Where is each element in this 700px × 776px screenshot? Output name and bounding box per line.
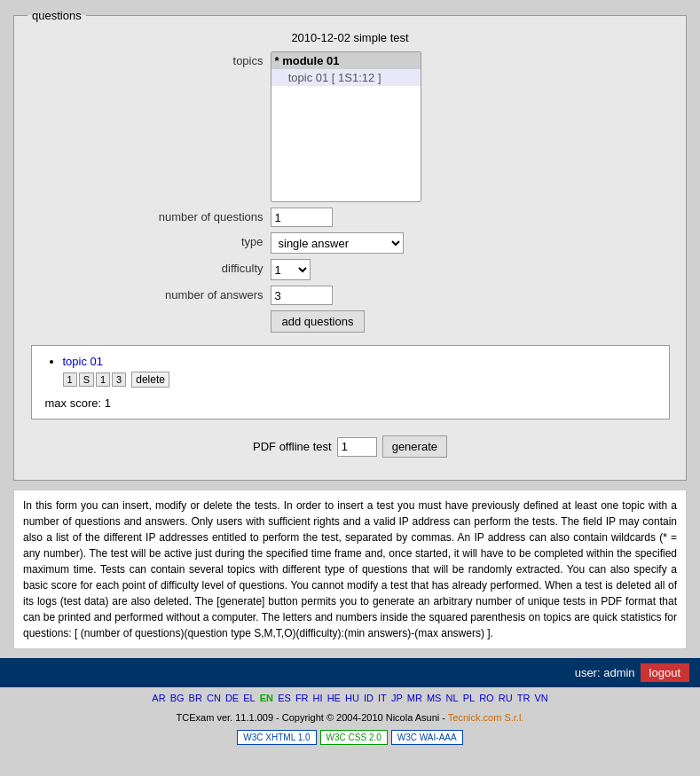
pdf-input[interactable] xyxy=(337,437,377,457)
add-questions-button[interactable]: add questions xyxy=(271,310,366,333)
lang-he[interactable]: HE xyxy=(327,693,341,703)
w3c-bar: W3C XHTML 1.0 W3C CSS 2.0 W3C WAI-AAA xyxy=(0,726,700,752)
lang-ro[interactable]: RO xyxy=(479,693,494,703)
max-score: max score: 1 xyxy=(45,396,656,410)
delete-link[interactable]: delete xyxy=(131,372,169,388)
lang-cn[interactable]: CN xyxy=(207,693,221,703)
fieldset-legend: questions xyxy=(28,9,86,22)
lang-de[interactable]: DE xyxy=(225,693,239,703)
topic-link[interactable]: topic 01 xyxy=(63,355,104,368)
info-text: In this form you can insert, modify or d… xyxy=(23,499,677,639)
num-questions-field xyxy=(271,208,572,227)
type-row: type single answer multiple answers text xyxy=(129,232,572,254)
copyright-text: TCExam ver. 11.1.009 - Copyright © 2004-… xyxy=(177,712,448,723)
pdf-section: PDF offline test generate xyxy=(253,435,447,458)
w3c-xhtml-badge: W3C XHTML 1.0 xyxy=(237,730,316,745)
topics-select[interactable]: * module 01 topic 01 [ 1S1:12 ] xyxy=(271,51,421,202)
copyright-bar: TCExam ver. 11.1.009 - Copyright © 2004-… xyxy=(0,709,700,726)
results-list: topic 01 1 S 1 3 delete xyxy=(45,355,656,388)
num-answers-label: number of answers xyxy=(129,286,271,305)
lang-it[interactable]: IT xyxy=(378,693,387,703)
lang-en[interactable]: EN xyxy=(260,693,273,703)
num-questions-row: number of questions xyxy=(129,208,572,227)
copyright-link[interactable]: Tecnick.com S.r.l. xyxy=(448,712,524,723)
lang-nl[interactable]: NL xyxy=(446,693,459,703)
lang-mr[interactable]: MR xyxy=(407,693,422,703)
lang-es[interactable]: ES xyxy=(278,693,291,703)
badge-answers: 3 xyxy=(112,372,126,387)
difficulty-row: difficulty 1 2 3 4 5 xyxy=(129,259,572,280)
lang-id[interactable]: ID xyxy=(364,693,374,703)
lang-hi[interactable]: HI xyxy=(313,693,323,703)
lang-jp[interactable]: JP xyxy=(391,693,403,703)
logout-button[interactable]: logout xyxy=(641,663,689,682)
lang-fr[interactable]: FR xyxy=(295,693,309,703)
badge-type: S xyxy=(79,372,94,387)
badge-num-questions: 1 xyxy=(63,372,77,387)
type-select[interactable]: single answer multiple answers text xyxy=(271,232,404,254)
difficulty-label: difficulty xyxy=(129,259,271,278)
w3c-css-badge: W3C CSS 2.0 xyxy=(320,730,388,745)
lang-vn[interactable]: VN xyxy=(534,693,547,703)
badge-difficulty: 1 xyxy=(96,372,110,387)
topics-option-module01[interactable]: * module 01 xyxy=(271,52,421,69)
lang-ms[interactable]: MS xyxy=(427,693,442,703)
topics-field: * module 01 topic 01 [ 1S1:12 ] xyxy=(271,51,572,202)
lang-bg[interactable]: BG xyxy=(170,693,185,703)
generate-button[interactable]: generate xyxy=(382,435,447,458)
type-label: type xyxy=(129,232,271,252)
num-answers-row: number of answers xyxy=(129,286,572,305)
lang-pl[interactable]: PL xyxy=(463,693,475,703)
add-questions-row: add questions xyxy=(129,310,572,333)
topics-option-topic01[interactable]: topic 01 [ 1S1:12 ] xyxy=(271,69,421,86)
num-questions-label: number of questions xyxy=(129,208,271,227)
num-questions-input[interactable] xyxy=(271,208,333,227)
lang-hu[interactable]: HU xyxy=(345,693,359,703)
questions-fieldset: questions 2010-12-02 simple test topics … xyxy=(13,9,687,481)
topics-row: topics * module 01 topic 01 [ 1S1:12 ] xyxy=(129,51,572,202)
topics-label: topics xyxy=(129,51,271,71)
topic-badges: 1 S 1 3 delete xyxy=(63,372,656,388)
footer-bar: user: admin logout xyxy=(0,658,700,687)
num-answers-field xyxy=(271,286,572,305)
user-label: user: admin xyxy=(575,666,635,679)
pdf-label: PDF offline test xyxy=(253,440,332,453)
difficulty-field: 1 2 3 4 5 xyxy=(271,259,572,280)
results-box: topic 01 1 S 1 3 delete max score: 1 xyxy=(31,345,670,419)
difficulty-select[interactable]: 1 2 3 4 5 xyxy=(271,259,311,280)
form-center: 2010-12-02 simple test topics * module 0… xyxy=(28,31,672,466)
num-answers-input[interactable] xyxy=(271,286,333,305)
test-title: 2010-12-02 simple test xyxy=(291,31,408,44)
w3c-wai-badge: W3C WAI-AAA xyxy=(391,730,463,745)
type-field: single answer multiple answers text xyxy=(271,232,572,254)
lang-bar: AR BG BR CN DE EL EN ES FR HI HE HU ID I… xyxy=(0,687,700,709)
lang-el[interactable]: EL xyxy=(243,693,255,703)
lang-br[interactable]: BR xyxy=(189,693,202,703)
page-wrapper: questions 2010-12-02 simple test topics … xyxy=(0,9,700,776)
add-questions-btn-wrap: add questions xyxy=(271,310,572,333)
lang-ru[interactable]: RU xyxy=(499,693,513,703)
lang-tr[interactable]: TR xyxy=(517,693,531,703)
info-box: In this form you can insert, modify or d… xyxy=(13,490,687,649)
lang-ar[interactable]: AR xyxy=(152,693,165,703)
result-item: topic 01 1 S 1 3 delete xyxy=(63,355,656,388)
